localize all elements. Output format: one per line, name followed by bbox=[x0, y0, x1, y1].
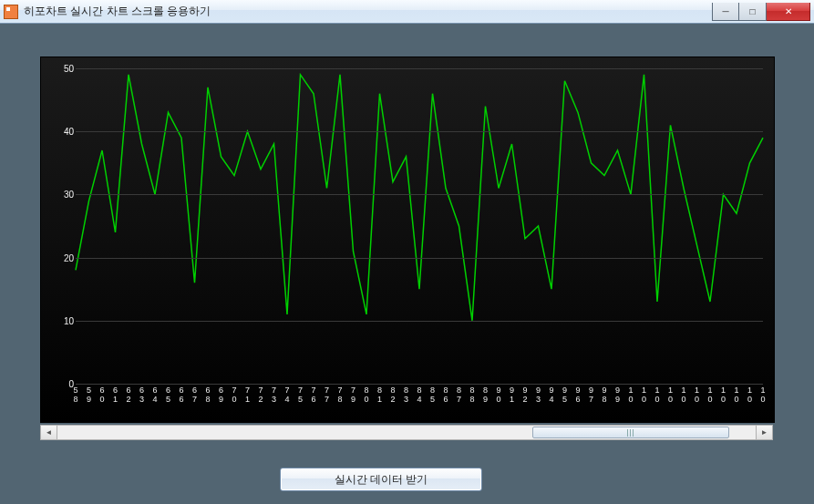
x-tick-label: 7 1 bbox=[243, 386, 252, 404]
x-tick-label: 7 5 bbox=[296, 386, 305, 404]
x-tick-label: 1 0 bbox=[706, 386, 715, 404]
x-tick-label: 1 0 bbox=[746, 386, 755, 404]
maximize-button[interactable]: □ bbox=[739, 3, 767, 21]
x-tick-label: 7 3 bbox=[270, 386, 279, 404]
x-tick-label: 7 6 bbox=[309, 386, 318, 404]
y-axis: 01020304050 bbox=[46, 68, 74, 384]
x-tick-label: 1 0 bbox=[640, 386, 649, 404]
x-tick-label: 9 3 bbox=[534, 386, 543, 404]
x-tick-label: 8 8 bbox=[468, 386, 477, 404]
x-tick-label: 1 0 bbox=[679, 386, 688, 404]
x-tick-label: 8 3 bbox=[402, 386, 411, 404]
x-tick-label: 7 8 bbox=[335, 386, 345, 404]
x-tick-label: 6 0 bbox=[98, 386, 107, 404]
horizontal-scrollbar[interactable]: ◄ ► bbox=[40, 425, 773, 440]
chart: 01020304050 5 85 96 06 16 26 36 46 56 66… bbox=[40, 57, 775, 423]
x-tick-label: 9 1 bbox=[508, 386, 517, 404]
realtime-data-button[interactable]: 실시간 데이터 받기 bbox=[280, 468, 482, 491]
y-tick-label: 30 bbox=[64, 190, 74, 200]
x-tick-label: 6 7 bbox=[191, 386, 200, 404]
client-area: 01020304050 5 85 96 06 16 26 36 46 56 66… bbox=[0, 24, 814, 504]
scroll-right-button[interactable]: ► bbox=[756, 426, 772, 439]
scroll-left-button[interactable]: ◄ bbox=[41, 426, 57, 439]
close-button[interactable]: ✕ bbox=[767, 3, 810, 21]
x-tick-label: 6 5 bbox=[164, 386, 173, 404]
x-tick-label: 1 0 bbox=[758, 386, 768, 404]
gridline bbox=[76, 384, 763, 385]
x-tick-label: 5 8 bbox=[71, 386, 80, 404]
plot-area bbox=[76, 68, 763, 384]
x-tick-label: 9 2 bbox=[520, 386, 530, 404]
x-tick-label: 1 0 bbox=[653, 386, 662, 404]
x-tick-label: 9 5 bbox=[561, 386, 570, 404]
x-axis: 5 85 96 06 16 26 36 46 56 66 76 86 97 07… bbox=[76, 386, 763, 415]
x-tick-label: 9 0 bbox=[494, 386, 503, 404]
x-tick-label: 8 4 bbox=[415, 386, 424, 404]
x-tick-label: 8 6 bbox=[441, 386, 450, 404]
x-tick-label: 8 1 bbox=[376, 386, 385, 404]
scroll-track[interactable] bbox=[57, 426, 756, 439]
titlebar: 히포차트 실시간 차트 스크롤 응용하기 ─ □ ✕ bbox=[0, 0, 814, 24]
gridline bbox=[76, 258, 763, 259]
window-title: 히포차트 실시간 차트 스크롤 응용하기 bbox=[24, 4, 712, 19]
gridline bbox=[76, 131, 763, 132]
scroll-thumb[interactable] bbox=[532, 427, 729, 438]
x-tick-label: 8 9 bbox=[481, 386, 490, 404]
x-tick-label: 6 8 bbox=[203, 386, 212, 404]
app-icon bbox=[4, 5, 18, 19]
x-tick-label: 8 7 bbox=[455, 386, 464, 404]
x-tick-label: 7 9 bbox=[349, 386, 358, 404]
x-tick-label: 1 0 bbox=[666, 386, 675, 404]
x-tick-label: 9 6 bbox=[573, 386, 582, 404]
x-tick-label: 7 0 bbox=[230, 386, 239, 404]
x-tick-label: 6 2 bbox=[124, 386, 133, 404]
y-tick-label: 40 bbox=[64, 127, 74, 137]
x-tick-label: 9 9 bbox=[613, 386, 623, 404]
x-tick-label: 7 7 bbox=[323, 386, 332, 404]
x-tick-label: 6 1 bbox=[111, 386, 120, 404]
chart-line bbox=[76, 68, 763, 384]
x-tick-label: 7 2 bbox=[256, 386, 265, 404]
x-tick-label: 8 5 bbox=[428, 386, 438, 404]
x-tick-label: 6 9 bbox=[217, 386, 226, 404]
window-buttons: ─ □ ✕ bbox=[712, 3, 810, 21]
x-tick-label: 1 0 bbox=[626, 386, 635, 404]
minimize-button[interactable]: ─ bbox=[712, 3, 739, 21]
y-tick-label: 20 bbox=[64, 252, 74, 262]
gridline bbox=[76, 68, 763, 69]
y-tick-label: 10 bbox=[64, 315, 74, 325]
y-tick-label: 50 bbox=[64, 64, 74, 74]
gridline bbox=[76, 321, 763, 322]
x-tick-label: 9 7 bbox=[587, 386, 596, 404]
x-tick-label: 1 0 bbox=[732, 386, 741, 404]
x-tick-label: 8 2 bbox=[388, 386, 397, 404]
gridline bbox=[76, 194, 763, 195]
realtime-data-button-label: 실시간 데이터 받기 bbox=[335, 472, 428, 488]
x-tick-label: 1 0 bbox=[719, 386, 728, 404]
x-tick-label: 7 4 bbox=[283, 386, 292, 404]
x-tick-label: 6 3 bbox=[138, 386, 147, 404]
x-tick-label: 6 6 bbox=[177, 386, 186, 404]
x-tick-label: 1 0 bbox=[693, 386, 702, 404]
x-tick-label: 6 4 bbox=[150, 386, 160, 404]
x-tick-label: 9 4 bbox=[547, 386, 556, 404]
x-tick-label: 8 0 bbox=[362, 386, 371, 404]
x-tick-label: 5 9 bbox=[85, 386, 94, 404]
x-tick-label: 9 8 bbox=[600, 386, 609, 404]
